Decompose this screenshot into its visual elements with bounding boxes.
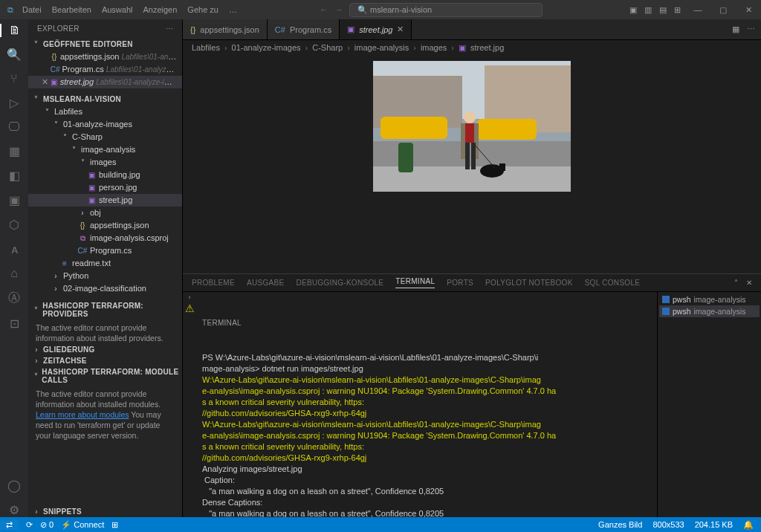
open-editors-section[interactable]: ˅ GEÖFFNETE EDITOREN	[28, 39, 182, 50]
open-editor-item-active[interactable]: ✕ ▣ street.jpg Labfiles\01-analyze-image…	[28, 76, 182, 88]
panel-tab-terminal[interactable]: TERMINAL	[395, 277, 435, 288]
terminal-instance[interactable]: pwsh image-analysis	[659, 293, 760, 305]
command-center-search[interactable]: 🔍 mslearn-ai-vision	[349, 3, 543, 17]
activity-search-icon[interactable]: 🔍	[0, 48, 28, 62]
timeline-section[interactable]: ›ZEITACHSE	[28, 355, 182, 366]
terminal-instance-active[interactable]: pwsh image-analysis	[659, 305, 760, 317]
activity-terraform-icon[interactable]: ◧	[0, 169, 28, 183]
window-close-button[interactable]: ✕	[736, 5, 761, 15]
chevron-icon: ˅	[77, 156, 88, 169]
tree-label: Program.cs	[90, 244, 132, 257]
activity-account-icon[interactable]: ◯	[0, 479, 28, 493]
snippets-section[interactable]: ›SNIPPETS	[28, 506, 182, 517]
terminal-content[interactable]: TERMINAL PS W:\Azure-Labs\git\azure-ai-v…	[196, 292, 657, 517]
menu-edit[interactable]: Bearbeiten	[52, 5, 91, 14]
breadcrumb-item[interactable]: 01-analyze-images	[232, 43, 301, 52]
activity-extensions-icon[interactable]: ▦	[0, 144, 28, 158]
status-ports-icon[interactable]: ⊞	[111, 520, 118, 530]
open-editor-item[interactable]: {} appsettings.json Labfiles\01-analyze-…	[28, 51, 182, 63]
status-errors[interactable]: ⊘ 0	[40, 520, 54, 530]
tree-label: Python	[63, 270, 88, 282]
editor-tab[interactable]: {} appsettings.json	[183, 19, 268, 39]
folder-item[interactable]: ›obj	[28, 207, 182, 219]
folder-item[interactable]: ˅C-Sharp	[28, 131, 182, 143]
layout-panel-bottom-icon[interactable]: ▥	[644, 5, 652, 15]
activity-explorer-icon[interactable]: 🗎	[0, 24, 28, 37]
activity-more-1-icon[interactable]: ⬡	[0, 218, 28, 232]
folder-item[interactable]: ›Python	[28, 270, 182, 282]
image-file-icon: ▣	[459, 43, 466, 53]
editor-tab[interactable]: C# Program.cs	[268, 19, 340, 39]
layout-panel-left-icon[interactable]: ▣	[629, 5, 637, 15]
panel-tab-problems[interactable]: PROBLEME	[192, 279, 235, 287]
panel-tab-output[interactable]: AUSGABE	[247, 279, 284, 287]
nav-forward-icon[interactable]: →	[335, 5, 343, 14]
editor-tab-active[interactable]: ▣ street.jpg ✕	[340, 19, 412, 39]
panel-close-icon[interactable]: ✕	[746, 279, 752, 287]
menu-view[interactable]: Anzeigen	[143, 5, 177, 14]
activity-run-debug-icon[interactable]: ▷	[0, 96, 28, 110]
file-item[interactable]: ≡readme.txt	[28, 257, 182, 270]
activity-source-control-icon[interactable]: ⑂	[0, 72, 28, 85]
activity-remote-icon[interactable]: 🖵	[0, 120, 28, 134]
breadcrumb-item[interactable]: C-Sharp	[312, 43, 343, 52]
window-minimize-button[interactable]: —	[685, 5, 710, 14]
close-icon[interactable]: ✕	[42, 76, 49, 88]
terraform-providers-section[interactable]: ˅ HASHICORP TERRAFORM: PROVIDERS	[28, 300, 182, 319]
breadcrumb-item[interactable]: Labfiles	[192, 43, 220, 52]
editor-overflow-icon[interactable]: ⋯	[747, 25, 755, 34]
status-image-mode[interactable]: Ganzes Bild	[598, 520, 642, 530]
file-item[interactable]: ▣person.jpg	[28, 181, 182, 194]
menu-more[interactable]: …	[229, 5, 237, 14]
chevron-right-icon[interactable]: ›	[189, 293, 191, 301]
breadcrumb-item[interactable]: images	[421, 43, 447, 52]
activity-azure-icon[interactable]: ᴀ	[0, 242, 28, 256]
terraform-modules-section[interactable]: ˅HASHICORP TERRAFORM: MODULE CALLS	[28, 366, 182, 386]
status-sync-icon[interactable]: ⟳	[26, 520, 33, 530]
activity-more-3-icon[interactable]: Ⓐ	[0, 291, 28, 306]
breadcrumb-item[interactable]: street.jpg	[470, 43, 504, 52]
breadcrumb-bar[interactable]: Labfiles› 01-analyze-images› C-Sharp› im…	[183, 40, 761, 55]
panel-tab-polyglot[interactable]: POLYGLOT NOTEBOOK	[485, 279, 573, 287]
close-icon[interactable]: ✕	[397, 25, 404, 34]
file-item[interactable]: {}appsettings.json	[28, 219, 182, 232]
explorer-more-icon[interactable]: ⋯	[166, 25, 173, 33]
open-editor-item[interactable]: C# Program.cs Labfiles\01-analyze-images…	[28, 63, 182, 76]
image-preview[interactable]	[183, 55, 761, 273]
menu-selection[interactable]: Auswahl	[102, 5, 133, 14]
editor-more-icon[interactable]: ▦	[732, 25, 739, 34]
file-item[interactable]: C#Program.cs	[28, 244, 182, 257]
panel-maximize-icon[interactable]: ˄	[734, 279, 738, 287]
workspace-section[interactable]: ˅ MSLEARN-AI-VISION	[28, 94, 182, 105]
menu-file[interactable]: Datei	[22, 5, 42, 14]
csharp-file-icon: C#	[51, 63, 60, 76]
cs-file-icon: C#	[77, 244, 88, 257]
folder-item[interactable]: ˅images	[28, 156, 182, 169]
menu-go[interactable]: Gehe zu	[187, 5, 218, 14]
status-connect[interactable]: ⚡ Connect	[61, 520, 104, 530]
activity-more-2-icon[interactable]: ⌂	[0, 267, 28, 280]
file-item[interactable]: ⧉image-analysis.csproj	[28, 232, 182, 244]
layout-panel-right-icon[interactable]: ▤	[659, 5, 667, 15]
activity-docker-icon[interactable]: ▣	[0, 193, 28, 207]
file-item[interactable]: ▣street.jpg	[28, 194, 182, 207]
panel-tab-sql[interactable]: SQL CONSOLE	[585, 279, 641, 287]
status-notifications-icon[interactable]: 🔔	[743, 520, 754, 530]
terminal-line: //github.com/advisories/GHSA-rxg9-xrhp-6…	[202, 408, 651, 419]
nav-back-icon[interactable]: ←	[320, 5, 328, 14]
layout-customize-icon[interactable]: ⊞	[674, 5, 681, 15]
folder-item[interactable]: ˅01-analyze-images	[28, 118, 182, 131]
breadcrumb-item[interactable]: image-analysis	[354, 43, 409, 52]
activity-settings-icon[interactable]: ⚙	[0, 503, 28, 517]
panel-tab-ports[interactable]: PORTS	[447, 279, 473, 287]
file-item[interactable]: ▣building.jpg	[28, 169, 182, 181]
folder-item[interactable]: ›02-image-classification	[28, 282, 182, 295]
learn-more-modules-link[interactable]: Learn more about modules	[36, 410, 129, 419]
status-remote-indicator[interactable]: ⇄	[0, 520, 19, 530]
folder-item[interactable]: ˅image-analysis	[28, 143, 182, 156]
activity-more-4-icon[interactable]: ⊡	[0, 317, 28, 331]
folder-item[interactable]: ˅Labfiles	[28, 106, 182, 118]
window-maximize-button[interactable]: ▢	[710, 5, 736, 15]
panel-tab-debug-console[interactable]: DEBUGGING-KONSOLE	[296, 279, 383, 287]
outline-section[interactable]: ›GLIEDERUNG	[28, 344, 182, 355]
